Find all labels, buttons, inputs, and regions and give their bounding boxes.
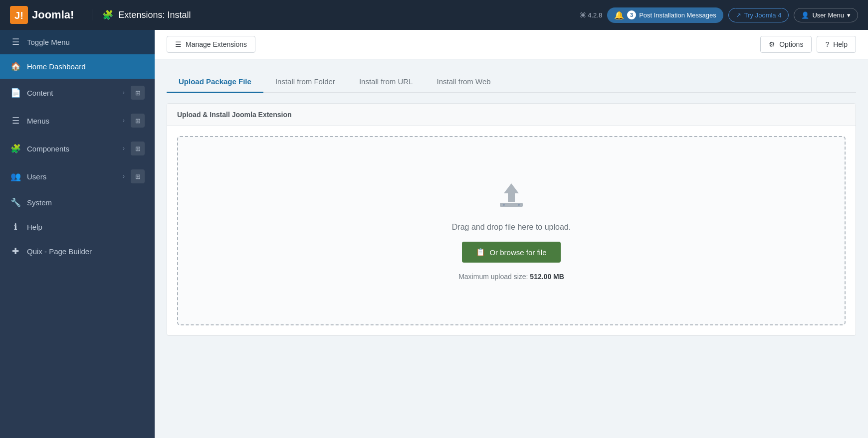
- page-title: Extensions: Install: [118, 10, 191, 20]
- try-joomla-button[interactable]: ↗ Try Joomla 4: [728, 8, 789, 22]
- sidebar-item-home-dashboard[interactable]: 🏠 Home Dashboard: [0, 54, 155, 79]
- sidebar-toggle[interactable]: ☰ Toggle Menu: [0, 30, 155, 54]
- chevron-down-icon: ▾: [847, 11, 851, 19]
- menus-icon: ☰: [10, 116, 21, 126]
- max-size-text: Maximum upload size: 512.00 MB: [458, 273, 564, 281]
- home-icon: 🏠: [10, 61, 21, 72]
- user-menu-button[interactable]: 👤 User Menu ▾: [794, 8, 858, 22]
- upload-panel: Upload & Install Joomla Extension: [167, 103, 856, 336]
- options-button[interactable]: ⚙ Options: [760, 36, 812, 53]
- users-grid-button[interactable]: ⊞: [131, 169, 145, 183]
- tab-install-url[interactable]: Install from URL: [347, 71, 425, 93]
- sidebar: ☰ Toggle Menu 🏠 Home Dashboard 📄 Content…: [0, 30, 155, 438]
- drop-text: Drag and drop file here to upload.: [452, 223, 571, 232]
- content-grid-button[interactable]: ⊞: [131, 86, 145, 100]
- chevron-right-icon-users: ›: [123, 173, 125, 180]
- sidebar-label-help: Help: [27, 223, 145, 231]
- help-icon: ℹ: [10, 222, 21, 232]
- list-icon: ☰: [175, 40, 182, 48]
- panel-body: Drag and drop file here to upload. 📋 Or …: [167, 126, 856, 335]
- toggle-menu-label: Toggle Menu: [27, 38, 145, 46]
- gear-icon: ⚙: [769, 40, 775, 48]
- svg-point-4: [503, 204, 505, 206]
- max-size-value: 512.00 MB: [530, 273, 564, 281]
- question-icon: ?: [825, 40, 829, 48]
- topbar: J! Joomla! 🧩 Extensions: Install ⌘ 4.2.8…: [0, 0, 868, 30]
- manage-extensions-button[interactable]: ☰ Manage Extensions: [167, 36, 255, 53]
- user-icon: 👤: [801, 11, 809, 19]
- main-content: ☰ Manage Extensions ⚙ Options ? Help Upl…: [155, 30, 868, 438]
- chevron-right-icon-menus: ›: [123, 117, 125, 124]
- logo: J! Joomla!: [10, 6, 74, 24]
- layout: ☰ Toggle Menu 🏠 Home Dashboard 📄 Content…: [0, 30, 868, 438]
- tab-install-web[interactable]: Install from Web: [425, 71, 502, 93]
- sidebar-label-components: Components: [27, 145, 117, 153]
- quix-icon: ✚: [10, 246, 21, 257]
- menus-grid-button[interactable]: ⊞: [131, 114, 145, 128]
- sidebar-item-content[interactable]: 📄 Content › ⊞: [0, 79, 155, 107]
- tab-bar: Upload Package File Install from Folder …: [167, 71, 856, 93]
- chevron-right-icon: ›: [123, 89, 125, 96]
- joomla-logo-icon: J!: [10, 6, 28, 24]
- notifications-button[interactable]: 🔔 3 Post Installation Messages: [607, 7, 723, 23]
- toolbar: ☰ Manage Extensions ⚙ Options ? Help: [155, 30, 868, 59]
- notification-count: 3: [627, 10, 636, 19]
- help-button[interactable]: ? Help: [817, 36, 856, 53]
- svg-marker-2: [504, 183, 519, 202]
- components-icon: 🧩: [10, 144, 21, 154]
- svg-text:J!: J!: [14, 10, 23, 21]
- components-grid-button[interactable]: ⊞: [131, 142, 145, 155]
- sidebar-item-system[interactable]: 🔧 System: [0, 190, 155, 215]
- sidebar-label-users: Users: [27, 172, 117, 181]
- toolbar-right: ⚙ Options ? Help: [760, 36, 856, 53]
- users-icon: 👥: [10, 171, 21, 182]
- content-area: Upload Package File Install from Folder …: [155, 59, 868, 438]
- sidebar-item-users[interactable]: 👥 Users › ⊞: [0, 162, 155, 190]
- tab-install-folder[interactable]: Install from Folder: [263, 71, 347, 93]
- sidebar-item-components[interactable]: 🧩 Components › ⊞: [0, 135, 155, 162]
- chevron-right-icon-components: ›: [123, 145, 125, 152]
- sidebar-label-system: System: [27, 198, 145, 207]
- external-link-icon: ↗: [736, 11, 741, 19]
- topbar-actions: ⌘ 4.2.8 🔔 3 Post Installation Messages ↗…: [580, 7, 858, 23]
- tab-upload-package[interactable]: Upload Package File: [167, 71, 263, 93]
- sidebar-item-quix[interactable]: ✚ Quix - Page Builder: [0, 239, 155, 264]
- upload-icon: [494, 181, 529, 213]
- browse-file-button[interactable]: 📋 Or browse for file: [462, 242, 560, 263]
- sidebar-label-quix: Quix - Page Builder: [27, 247, 145, 256]
- sidebar-label-content: Content: [27, 89, 117, 97]
- content-icon: 📄: [10, 88, 21, 98]
- sidebar-item-help[interactable]: ℹ Help: [0, 215, 155, 239]
- svg-point-5: [518, 204, 520, 206]
- toggle-menu-icon: ☰: [10, 37, 21, 47]
- page-title-bar: 🧩 Extensions: Install: [92, 9, 571, 20]
- drop-zone[interactable]: Drag and drop file here to upload. 📋 Or …: [177, 136, 846, 325]
- sidebar-label-home: Home Dashboard: [27, 62, 145, 71]
- file-icon: 📋: [476, 248, 485, 257]
- logo-text: Joomla!: [32, 8, 74, 21]
- system-icon: 🔧: [10, 197, 21, 208]
- panel-header: Upload & Install Joomla Extension: [167, 104, 856, 126]
- post-installation-label: Post Installation Messages: [639, 11, 716, 19]
- sidebar-label-menus: Menus: [27, 117, 117, 125]
- sidebar-item-menus[interactable]: ☰ Menus › ⊞: [0, 107, 155, 135]
- version-badge: ⌘ 4.2.8: [580, 11, 603, 19]
